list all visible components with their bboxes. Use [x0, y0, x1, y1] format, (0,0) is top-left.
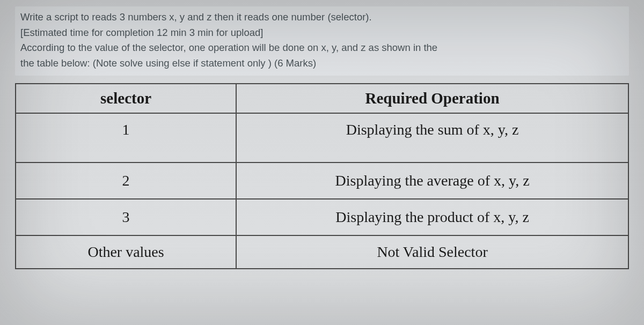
question-prompt: Write a script to reads 3 numbers x, y a… [15, 6, 629, 76]
cell-selector: 2 [16, 162, 236, 199]
header-selector: selector [16, 84, 236, 113]
cell-selector: Other values [16, 235, 236, 269]
cell-operation: Not Valid Selector [236, 235, 628, 269]
question-line-3: According to the value of the selector, … [20, 40, 624, 56]
question-line-4: the table below: (Note solve using else … [20, 56, 624, 71]
selector-table: selector Required Operation 1 Displaying… [15, 83, 629, 269]
table-row: 2 Displaying the average of x, y, z [16, 162, 628, 199]
question-line-2: [Estimated time for completion 12 min 3 … [20, 25, 624, 41]
cell-operation: Displaying the average of x, y, z [236, 162, 628, 199]
table-row: 1 Displaying the sum of x, y, z [16, 113, 628, 162]
cell-selector: 3 [16, 199, 236, 235]
cell-operation: Displaying the sum of x, y, z [236, 113, 628, 162]
question-line-1: Write a script to reads 3 numbers x, y a… [20, 10, 624, 25]
cell-selector: 1 [16, 113, 236, 162]
table-row: 3 Displaying the product of x, y, z [16, 199, 628, 235]
cell-operation: Displaying the product of x, y, z [236, 199, 628, 235]
table-header-row: selector Required Operation [16, 84, 628, 113]
header-operation: Required Operation [236, 84, 628, 113]
table-row: Other values Not Valid Selector [16, 235, 628, 269]
